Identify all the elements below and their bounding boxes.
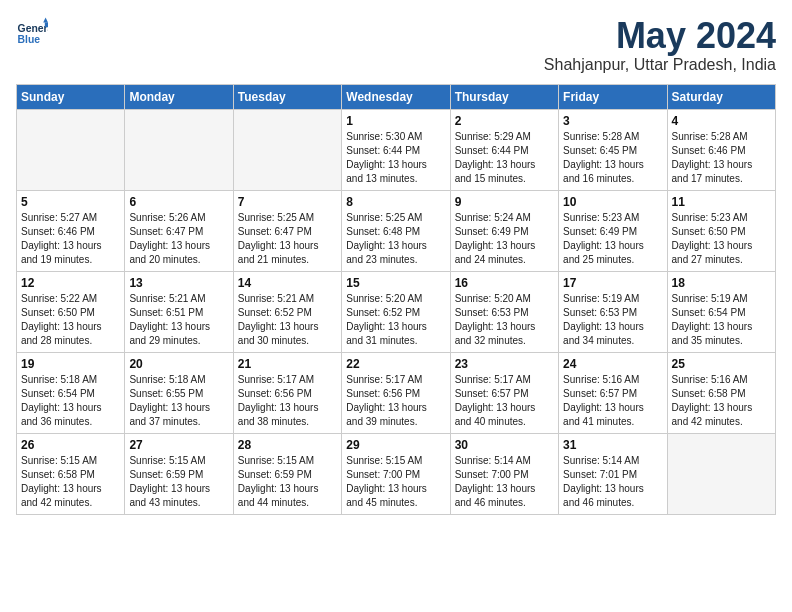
svg-text:General: General — [18, 23, 48, 34]
day-detail: Sunrise: 5:28 AM Sunset: 6:46 PM Dayligh… — [672, 130, 771, 186]
day-number: 16 — [455, 276, 554, 290]
calendar-cell: 10Sunrise: 5:23 AM Sunset: 6:49 PM Dayli… — [559, 190, 667, 271]
calendar-week-1: 1Sunrise: 5:30 AM Sunset: 6:44 PM Daylig… — [17, 109, 776, 190]
calendar-week-4: 19Sunrise: 5:18 AM Sunset: 6:54 PM Dayli… — [17, 352, 776, 433]
day-number: 27 — [129, 438, 228, 452]
day-number: 24 — [563, 357, 662, 371]
calendar-cell: 23Sunrise: 5:17 AM Sunset: 6:57 PM Dayli… — [450, 352, 558, 433]
day-detail: Sunrise: 5:16 AM Sunset: 6:57 PM Dayligh… — [563, 373, 662, 429]
calendar-cell: 14Sunrise: 5:21 AM Sunset: 6:52 PM Dayli… — [233, 271, 341, 352]
day-detail: Sunrise: 5:20 AM Sunset: 6:52 PM Dayligh… — [346, 292, 445, 348]
calendar-cell: 17Sunrise: 5:19 AM Sunset: 6:53 PM Dayli… — [559, 271, 667, 352]
day-detail: Sunrise: 5:15 AM Sunset: 6:59 PM Dayligh… — [129, 454, 228, 510]
svg-marker-2 — [43, 18, 48, 23]
day-detail: Sunrise: 5:14 AM Sunset: 7:00 PM Dayligh… — [455, 454, 554, 510]
day-detail: Sunrise: 5:19 AM Sunset: 6:53 PM Dayligh… — [563, 292, 662, 348]
calendar-cell: 3Sunrise: 5:28 AM Sunset: 6:45 PM Daylig… — [559, 109, 667, 190]
calendar-cell: 15Sunrise: 5:20 AM Sunset: 6:52 PM Dayli… — [342, 271, 450, 352]
day-detail: Sunrise: 5:17 AM Sunset: 6:56 PM Dayligh… — [346, 373, 445, 429]
day-number: 3 — [563, 114, 662, 128]
svg-marker-3 — [45, 22, 48, 27]
logo: General Blue — [16, 16, 48, 48]
calendar-cell: 29Sunrise: 5:15 AM Sunset: 7:00 PM Dayli… — [342, 433, 450, 514]
day-number: 18 — [672, 276, 771, 290]
day-number: 2 — [455, 114, 554, 128]
month-year-title: May 2024 — [544, 16, 776, 56]
title-block: May 2024 Shahjanpur, Uttar Pradesh, Indi… — [544, 16, 776, 74]
day-detail: Sunrise: 5:28 AM Sunset: 6:45 PM Dayligh… — [563, 130, 662, 186]
day-number: 17 — [563, 276, 662, 290]
calendar-cell: 13Sunrise: 5:21 AM Sunset: 6:51 PM Dayli… — [125, 271, 233, 352]
calendar-week-5: 26Sunrise: 5:15 AM Sunset: 6:58 PM Dayli… — [17, 433, 776, 514]
calendar-cell: 20Sunrise: 5:18 AM Sunset: 6:55 PM Dayli… — [125, 352, 233, 433]
day-detail: Sunrise: 5:25 AM Sunset: 6:48 PM Dayligh… — [346, 211, 445, 267]
calendar-cell: 4Sunrise: 5:28 AM Sunset: 6:46 PM Daylig… — [667, 109, 775, 190]
day-number: 14 — [238, 276, 337, 290]
day-number: 29 — [346, 438, 445, 452]
weekday-header-sunday: Sunday — [17, 84, 125, 109]
calendar-cell — [125, 109, 233, 190]
weekday-header-tuesday: Tuesday — [233, 84, 341, 109]
calendar-cell — [17, 109, 125, 190]
day-number: 7 — [238, 195, 337, 209]
calendar-cell: 6Sunrise: 5:26 AM Sunset: 6:47 PM Daylig… — [125, 190, 233, 271]
day-detail: Sunrise: 5:14 AM Sunset: 7:01 PM Dayligh… — [563, 454, 662, 510]
day-detail: Sunrise: 5:16 AM Sunset: 6:58 PM Dayligh… — [672, 373, 771, 429]
day-number: 9 — [455, 195, 554, 209]
calendar-cell: 26Sunrise: 5:15 AM Sunset: 6:58 PM Dayli… — [17, 433, 125, 514]
calendar-cell: 22Sunrise: 5:17 AM Sunset: 6:56 PM Dayli… — [342, 352, 450, 433]
day-detail: Sunrise: 5:27 AM Sunset: 6:46 PM Dayligh… — [21, 211, 120, 267]
weekday-header-monday: Monday — [125, 84, 233, 109]
calendar-table: SundayMondayTuesdayWednesdayThursdayFrid… — [16, 84, 776, 515]
day-number: 8 — [346, 195, 445, 209]
day-number: 13 — [129, 276, 228, 290]
day-detail: Sunrise: 5:23 AM Sunset: 6:50 PM Dayligh… — [672, 211, 771, 267]
day-number: 4 — [672, 114, 771, 128]
location-subtitle: Shahjanpur, Uttar Pradesh, India — [544, 56, 776, 74]
day-detail: Sunrise: 5:25 AM Sunset: 6:47 PM Dayligh… — [238, 211, 337, 267]
calendar-cell: 2Sunrise: 5:29 AM Sunset: 6:44 PM Daylig… — [450, 109, 558, 190]
svg-text:Blue: Blue — [18, 34, 41, 45]
calendar-cell — [667, 433, 775, 514]
calendar-cell: 31Sunrise: 5:14 AM Sunset: 7:01 PM Dayli… — [559, 433, 667, 514]
day-number: 26 — [21, 438, 120, 452]
day-detail: Sunrise: 5:19 AM Sunset: 6:54 PM Dayligh… — [672, 292, 771, 348]
day-number: 30 — [455, 438, 554, 452]
day-detail: Sunrise: 5:17 AM Sunset: 6:57 PM Dayligh… — [455, 373, 554, 429]
day-detail: Sunrise: 5:15 AM Sunset: 7:00 PM Dayligh… — [346, 454, 445, 510]
calendar-cell: 16Sunrise: 5:20 AM Sunset: 6:53 PM Dayli… — [450, 271, 558, 352]
day-detail: Sunrise: 5:29 AM Sunset: 6:44 PM Dayligh… — [455, 130, 554, 186]
day-number: 19 — [21, 357, 120, 371]
day-number: 6 — [129, 195, 228, 209]
weekday-header-saturday: Saturday — [667, 84, 775, 109]
page-header: General Blue May 2024 Shahjanpur, Uttar … — [16, 16, 776, 74]
day-detail: Sunrise: 5:15 AM Sunset: 6:58 PM Dayligh… — [21, 454, 120, 510]
day-number: 5 — [21, 195, 120, 209]
day-detail: Sunrise: 5:23 AM Sunset: 6:49 PM Dayligh… — [563, 211, 662, 267]
calendar-cell: 11Sunrise: 5:23 AM Sunset: 6:50 PM Dayli… — [667, 190, 775, 271]
day-detail: Sunrise: 5:30 AM Sunset: 6:44 PM Dayligh… — [346, 130, 445, 186]
day-number: 28 — [238, 438, 337, 452]
calendar-cell: 19Sunrise: 5:18 AM Sunset: 6:54 PM Dayli… — [17, 352, 125, 433]
day-detail: Sunrise: 5:22 AM Sunset: 6:50 PM Dayligh… — [21, 292, 120, 348]
day-number: 12 — [21, 276, 120, 290]
calendar-week-2: 5Sunrise: 5:27 AM Sunset: 6:46 PM Daylig… — [17, 190, 776, 271]
day-detail: Sunrise: 5:20 AM Sunset: 6:53 PM Dayligh… — [455, 292, 554, 348]
calendar-cell: 8Sunrise: 5:25 AM Sunset: 6:48 PM Daylig… — [342, 190, 450, 271]
day-number: 20 — [129, 357, 228, 371]
day-detail: Sunrise: 5:17 AM Sunset: 6:56 PM Dayligh… — [238, 373, 337, 429]
calendar-cell — [233, 109, 341, 190]
calendar-cell: 30Sunrise: 5:14 AM Sunset: 7:00 PM Dayli… — [450, 433, 558, 514]
calendar-cell: 18Sunrise: 5:19 AM Sunset: 6:54 PM Dayli… — [667, 271, 775, 352]
day-number: 25 — [672, 357, 771, 371]
day-number: 22 — [346, 357, 445, 371]
calendar-cell: 7Sunrise: 5:25 AM Sunset: 6:47 PM Daylig… — [233, 190, 341, 271]
day-detail: Sunrise: 5:18 AM Sunset: 6:54 PM Dayligh… — [21, 373, 120, 429]
day-number: 10 — [563, 195, 662, 209]
calendar-cell: 5Sunrise: 5:27 AM Sunset: 6:46 PM Daylig… — [17, 190, 125, 271]
day-detail: Sunrise: 5:18 AM Sunset: 6:55 PM Dayligh… — [129, 373, 228, 429]
day-detail: Sunrise: 5:24 AM Sunset: 6:49 PM Dayligh… — [455, 211, 554, 267]
day-detail: Sunrise: 5:21 AM Sunset: 6:51 PM Dayligh… — [129, 292, 228, 348]
logo-icon: General Blue — [16, 16, 48, 48]
calendar-week-3: 12Sunrise: 5:22 AM Sunset: 6:50 PM Dayli… — [17, 271, 776, 352]
